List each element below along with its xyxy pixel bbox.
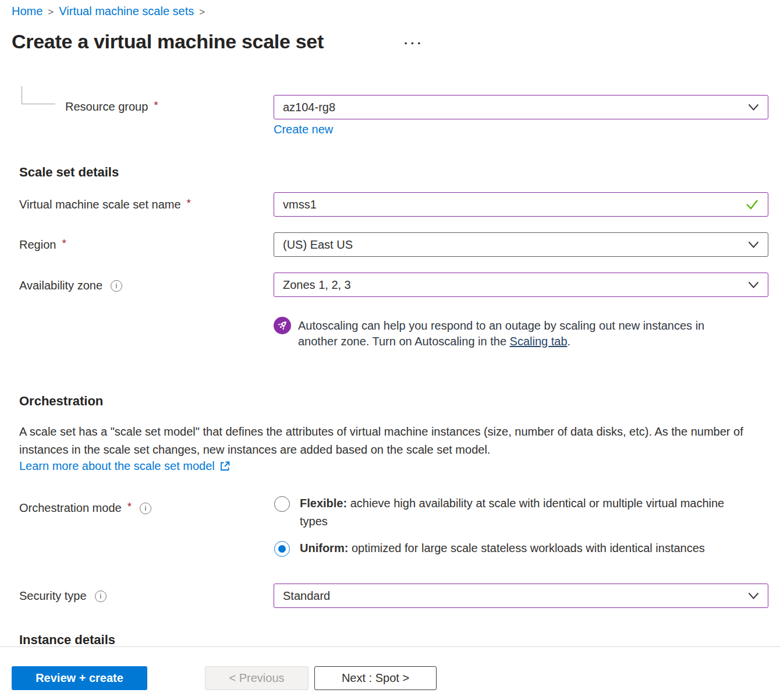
vm-name-input[interactable]: vmss1 xyxy=(274,192,768,217)
validation-check-icon xyxy=(745,199,759,210)
previous-button[interactable]: < Previous xyxy=(205,666,309,690)
breadcrumb: Home > Virtual machine scale sets > xyxy=(12,5,205,18)
radio-flexible-label: Flexible: achieve high availability at s… xyxy=(300,494,742,531)
radio-selected-icon xyxy=(274,541,290,557)
security-type-value: Standard xyxy=(283,589,748,603)
orchestration-heading: Orchestration xyxy=(19,394,103,409)
orchestration-mode-label: Orchestration mode* i xyxy=(19,501,151,515)
next-spot-button[interactable]: Next : Spot > xyxy=(314,666,437,690)
radio-uniform-label: Uniform: optimized for large scale state… xyxy=(300,539,769,557)
review-create-button[interactable]: Review + create xyxy=(12,666,147,690)
info-icon[interactable]: i xyxy=(111,280,122,292)
resource-group-value: az104-rg8 xyxy=(283,101,748,114)
security-type-label: Security type i xyxy=(19,589,107,603)
breadcrumb-home-link[interactable]: Home xyxy=(12,5,42,18)
region-select[interactable]: (US) East US xyxy=(274,232,768,257)
chevron-down-icon xyxy=(748,281,759,289)
scale-set-details-heading: Scale set details xyxy=(19,165,119,180)
radio-option-flexible[interactable]: Flexible: achieve high availability at s… xyxy=(274,496,746,532)
radio-unselected-icon xyxy=(274,496,290,512)
region-value: (US) East US xyxy=(283,238,748,252)
resource-group-select[interactable]: az104-rg8 xyxy=(274,95,768,119)
create-new-link[interactable]: Create new xyxy=(274,123,333,136)
breadcrumb-vmss-link[interactable]: Virtual machine scale sets xyxy=(59,5,194,18)
create-vmss-page: Home > Virtual machine scale sets > Crea… xyxy=(0,0,780,700)
breadcrumb-separator: > xyxy=(199,6,205,18)
orchestration-description: A scale set has a "scale set model" that… xyxy=(19,423,771,459)
required-asterisk: * xyxy=(127,500,132,513)
rocket-icon xyxy=(274,317,291,334)
security-type-select[interactable]: Standard xyxy=(274,584,768,608)
info-icon[interactable]: i xyxy=(140,503,151,514)
info-icon[interactable]: i xyxy=(95,591,107,602)
instance-details-heading: Instance details xyxy=(19,632,115,648)
breadcrumb-separator: > xyxy=(48,6,54,18)
footer-bar: Review + create < Previous Next : Spot > xyxy=(0,646,780,700)
autoscaling-note: Autoscaling can help you respond to an o… xyxy=(298,318,730,349)
availability-zone-value: Zones 1, 2, 3 xyxy=(283,278,748,292)
scaling-tab-link[interactable]: Scaling tab xyxy=(510,335,568,348)
chevron-down-icon xyxy=(748,592,759,600)
page-title: Create a virtual machine scale set xyxy=(12,30,324,53)
external-link-icon xyxy=(219,460,231,472)
availability-zone-select[interactable]: Zones 1, 2, 3 xyxy=(274,273,768,297)
required-asterisk: * xyxy=(187,197,191,210)
chevron-down-icon xyxy=(748,104,759,111)
required-asterisk: * xyxy=(62,237,66,250)
radio-option-uniform[interactable]: Uniform: optimized for large scale state… xyxy=(274,541,769,559)
region-label: Region* xyxy=(19,238,66,252)
vm-name-label: Virtual machine scale set name* xyxy=(19,198,191,211)
required-asterisk: * xyxy=(154,99,158,112)
tree-connector xyxy=(22,86,55,104)
chevron-down-icon xyxy=(748,241,759,249)
availability-zone-label: Availability zone i xyxy=(19,279,122,292)
resource-group-label: Resource group* xyxy=(65,100,158,114)
more-options-icon[interactable]: ··· xyxy=(404,36,424,51)
vm-name-value: vmss1 xyxy=(283,198,745,211)
learn-more-link[interactable]: Learn more about the scale set model xyxy=(19,459,215,473)
